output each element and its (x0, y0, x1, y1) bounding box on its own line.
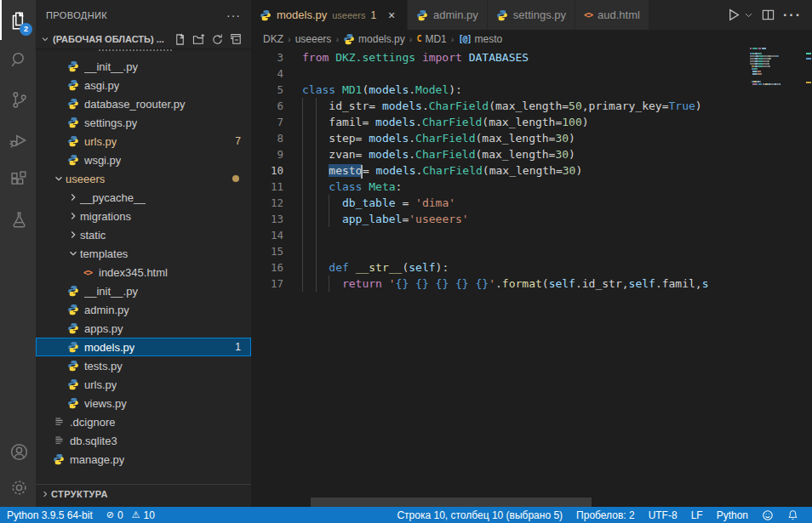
line-number: 17 (251, 276, 302, 292)
sidebar-more-button[interactable]: ··· (226, 9, 241, 22)
activity-search[interactable] (0, 40, 36, 80)
activity-explorer[interactable]: 2 (0, 0, 36, 40)
tree-item-index345-html[interactable]: <>index345.html (36, 263, 251, 281)
code-line-11[interactable]: class Meta: (302, 179, 746, 195)
status-language-mode[interactable]: Python (710, 507, 755, 523)
tab-models-py[interactable]: models.pyuseeers1× (251, 0, 408, 30)
tree-item-admin-py[interactable]: admin.py (36, 300, 251, 319)
code-line-17[interactable]: return '{} {} {} {} {}'.format(self.id_s… (302, 276, 746, 292)
code-line-8[interactable]: step= models.CharField(max_length=30) (302, 130, 746, 146)
tab-settings-py[interactable]: settings.py (488, 0, 575, 30)
code-line-16[interactable]: def __str__(self): (302, 259, 746, 276)
breadcrumb-item-md1[interactable]: CMD1 (416, 33, 446, 45)
code-token: from (302, 51, 329, 64)
code-token (302, 277, 342, 290)
horizontal-scrollbar[interactable] (311, 497, 592, 507)
status-cursor-position[interactable]: Строка 10, столбец 10 (выбрано 5) (390, 507, 569, 523)
activity-run-debug[interactable] (0, 120, 36, 160)
outline-section-header[interactable]: СТРУКТУРА (36, 484, 251, 503)
code-line-4[interactable] (302, 65, 746, 82)
code-token: ) (582, 116, 589, 128)
tree-item--init-py[interactable]: __init__.py (36, 281, 251, 300)
tree-item-apps-py[interactable]: apps.py (36, 319, 251, 338)
code-editor[interactable]: 34567891011121314151617 from DKZ.setting… (251, 48, 812, 507)
tree-row-clipped[interactable] (36, 48, 251, 57)
account-icon (9, 441, 30, 463)
code-line-6[interactable]: id_str= models.CharField(max_length=50,p… (302, 98, 746, 114)
code-token: {} (396, 277, 409, 290)
tree-item-urls-py[interactable]: urls.py7 (36, 132, 251, 151)
tree-item-views-py[interactable]: views.py (36, 394, 251, 412)
tree-item-static[interactable]: static (36, 225, 251, 244)
tab-admin-py[interactable]: admin.py (408, 0, 488, 30)
tree-item-templates[interactable]: templates (36, 244, 251, 263)
workspace-section-header[interactable]: (РАБОЧАЯ ОБЛАСТЬ) ... (36, 30, 251, 48)
tree-item-models-py[interactable]: models.py1 (36, 338, 251, 356)
tree-item-wsgi-py[interactable]: wsgi.py (36, 151, 251, 169)
code-line-10[interactable]: mesto= models.CharField(max_length=30) (302, 162, 746, 179)
tree-item-settings-py[interactable]: settings.py (36, 113, 251, 132)
indent-guide (302, 259, 303, 276)
tree-item-database-roouter-py[interactable]: database_roouter.py (36, 94, 251, 113)
tree-item-asgi-py[interactable]: asgi.py (36, 76, 251, 94)
status-notifications[interactable] (781, 507, 805, 523)
breadcrumb-item-models-py[interactable]: models.py (343, 33, 405, 45)
activity-settings[interactable] (0, 469, 36, 505)
status-encoding[interactable]: UTF-8 (642, 507, 684, 523)
tree-item--init-py[interactable]: __init__.py (36, 57, 251, 76)
code-line-15[interactable] (302, 243, 746, 259)
code-line-9[interactable]: zvan= models.CharField(max_length=30) (302, 146, 746, 162)
breadcrumb-separator: › (335, 34, 339, 44)
code-line-13[interactable]: app_label='useeers' (302, 211, 746, 227)
code-content[interactable]: from DKZ.settings import DATABASESclass … (302, 49, 746, 292)
tree-item-urls-py[interactable]: urls.py (36, 375, 251, 394)
code-line-3[interactable]: from DKZ.settings import DATABASES (302, 49, 746, 65)
breadcrumb-item-mesto[interactable]: [@]mesto (458, 33, 502, 45)
minimap-line (747, 53, 804, 54)
tree-item-db-sqlite3[interactable]: db.sqlite3 (36, 431, 251, 450)
split-editor-button[interactable] (762, 9, 775, 21)
tree-item-tests-py[interactable]: tests.py (36, 356, 251, 375)
code-line-12[interactable]: db_table = 'dima' (302, 195, 746, 211)
status-feedback[interactable] (755, 507, 781, 523)
code-line-14[interactable] (302, 227, 746, 243)
file-tree: __init__.pyasgi.pydatabase_roouter.pyset… (36, 48, 251, 473)
status-python-interpreter[interactable]: Python 3.9.5 64-bit (0, 507, 100, 523)
activity-extensions[interactable] (0, 160, 36, 200)
code-token (302, 196, 342, 209)
minimap-line (747, 60, 804, 62)
tab-aud-html[interactable]: <>aud.html (575, 0, 649, 30)
activity-source-control[interactable] (0, 80, 36, 120)
code-token: 30 (555, 132, 569, 145)
refresh-icon[interactable] (210, 32, 224, 46)
close-icon[interactable]: × (385, 9, 398, 22)
code-token: ( (542, 277, 549, 290)
status-indentation[interactable]: Пробелов: 2 (569, 507, 642, 523)
tree-item-migrations[interactable]: migrations (36, 207, 251, 225)
more-button[interactable]: ··· (783, 8, 802, 23)
activity-account[interactable] (0, 434, 36, 469)
chevron-down-button[interactable] (744, 10, 753, 20)
indent-guide (302, 146, 303, 162)
code-token: return (342, 277, 382, 290)
tree-item-useeers[interactable]: useeers (36, 169, 251, 188)
breadcrumb-item-dkz[interactable]: DKZ (263, 33, 283, 45)
new-folder-icon[interactable] (192, 32, 205, 46)
collapse-all-icon[interactable] (229, 32, 243, 46)
code-token (302, 213, 342, 225)
code-line-5[interactable]: class MD1(models.Model): (302, 82, 746, 98)
code-token: app_label (342, 213, 402, 225)
new-file-icon[interactable] (173, 32, 186, 46)
run-button[interactable] (726, 8, 741, 22)
code-token: models (376, 164, 416, 177)
code-token (382, 277, 389, 290)
activity-testing[interactable] (0, 200, 36, 240)
breadcrumb-item-useeers[interactable]: useeers (295, 33, 332, 45)
tree-item--pycache-[interactable]: __pycache__ (36, 188, 251, 207)
minimap[interactable] (747, 48, 804, 507)
status-eol[interactable]: LF (684, 507, 710, 523)
tree-item--dcignore[interactable]: .dcignore (36, 412, 251, 431)
status-problems[interactable]: ⊘0⚠10 (100, 507, 162, 523)
tree-item-manage-py[interactable]: manage.py (36, 450, 251, 469)
code-line-7[interactable]: famil= models.CharField(max_length=100) (302, 114, 746, 130)
